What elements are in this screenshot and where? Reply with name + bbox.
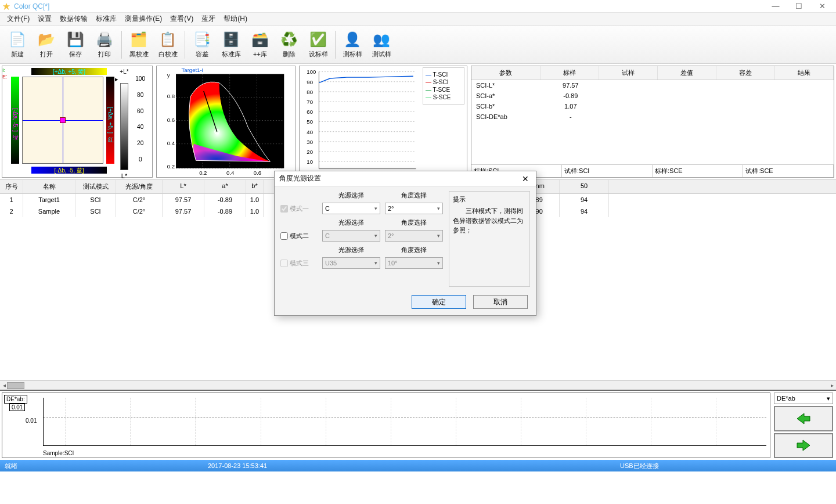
light-source-select[interactable]: C▾	[322, 203, 380, 214]
data-row: SCI-a*-0.89	[471, 91, 834, 101]
toolbar-打开[interactable]: 📂打开	[33, 30, 60, 59]
de-metric-dropdown[interactable]: DE*ab▾	[774, 393, 833, 404]
lab-top-label: [+Δb, +5, 黄]	[31, 68, 107, 75]
chevron-down-icon: ▾	[374, 233, 377, 239]
scroll-right-icon[interactable]: ▸	[828, 381, 836, 390]
svg-text:40: 40	[307, 129, 313, 135]
mode-checkbox-label[interactable]: 模式一	[280, 204, 318, 213]
svg-text:20: 20	[307, 149, 313, 155]
menu-item[interactable]: 蓝牙	[198, 14, 219, 24]
toolbar-label: ++库	[253, 50, 267, 59]
toolbar-容差[interactable]: 📑容差	[188, 30, 216, 59]
mid-panels: I:E: [+Δb, +5, 黄] [-Δa, -5, 绿] [+Δa, +5,…	[0, 64, 836, 180]
menu-item[interactable]: 帮助(H)	[220, 14, 251, 24]
close-button[interactable]: ✕	[810, 0, 834, 13]
toolbar-测标样[interactable]: 👤测标样	[338, 30, 366, 59]
toolbar-设标样[interactable]: ✅设标样	[304, 30, 332, 59]
toolbar-label: 保存	[69, 50, 82, 59]
hint-title: 提示	[453, 195, 526, 204]
table-col-header[interactable]: 名称	[23, 180, 75, 193]
status-ready: 就绪	[0, 462, 203, 470]
de-axis-label: DE*ab:	[4, 395, 27, 404]
dialog-hint-box: 提示 三种模式下，测得同色异谱数据皆以模式二为参照；	[449, 191, 530, 287]
data-row: SCI-DE*ab-	[471, 111, 834, 122]
toolbar-label: 新建	[11, 50, 24, 59]
dialog-titlebar[interactable]: 角度光源设置 ✕	[275, 171, 536, 186]
cancel-button[interactable]: 取消	[473, 295, 528, 309]
mode-checkbox-label[interactable]: 模式二	[280, 232, 318, 240]
toolbar-icon: 💾	[66, 30, 85, 49]
data-col-header: 差值	[658, 66, 716, 80]
toolbar-label: 白校准	[158, 50, 178, 59]
toolbar-黑校准[interactable]: 🗂️黑校准	[125, 30, 153, 59]
data-summary-panel: 参数标样试样差值容差结果 SCI-L*97.57SCI-a*-0.89SCI-b…	[471, 66, 834, 178]
horizontal-scrollbar[interactable]: ◂ ▸	[0, 380, 836, 390]
angle-select[interactable]: 2°▾	[385, 203, 443, 214]
sci-tab[interactable]: 试样:SCI	[562, 165, 653, 177]
sci-tab[interactable]: 试样:SCE	[743, 165, 834, 177]
data-col-header: 标样	[540, 66, 599, 80]
menu-item[interactable]: 数据传输	[56, 14, 91, 24]
toolbar-删除[interactable]: ♻️删除	[275, 30, 303, 59]
mode-checkbox[interactable]	[280, 232, 288, 240]
mode-checkbox-label[interactable]: 模式三	[280, 259, 318, 268]
next-button[interactable]	[774, 433, 833, 459]
menu-item[interactable]: 测量操作(E)	[121, 14, 165, 24]
ok-button[interactable]: 确定	[412, 295, 466, 309]
table-col-header[interactable]: 光源/角度	[116, 180, 163, 193]
menu-item[interactable]: 标准库	[92, 14, 120, 24]
data-col-header: 参数	[471, 66, 540, 80]
svg-text:10: 10	[307, 159, 313, 165]
table-col-header[interactable]: a*	[204, 180, 246, 193]
dialog-close-button[interactable]: ✕	[520, 174, 531, 183]
maximize-button[interactable]: ☐	[787, 0, 810, 13]
toolbar-label: 设标样	[309, 50, 328, 59]
l-star-label: L*	[116, 172, 132, 179]
de-chart-area: DE*ab: 0.01 0.01 Sample:SCI DE*ab▾	[0, 390, 836, 460]
table-col-header[interactable]: 50	[560, 180, 609, 193]
toolbar-icon: 📂	[37, 30, 56, 49]
chevron-down-icon: ▾	[374, 206, 377, 211]
toolbar-icon: 📋	[158, 30, 177, 49]
toolbar-测试样[interactable]: 👥测试样	[367, 30, 395, 59]
chevron-down-icon: ▾	[437, 233, 440, 239]
toolbar-label: 测标样	[343, 50, 362, 59]
toolbar-白校准[interactable]: 📋白校准	[154, 30, 182, 59]
toolbar-icon: 🗂️	[129, 30, 148, 49]
lab-left-label: [-Δa, -5, 绿]	[11, 77, 19, 164]
toolbar-保存[interactable]: 💾保存	[62, 30, 89, 59]
mode-row-2: 模式二C▾2°▾	[280, 229, 443, 242]
l-plus-label: +L*	[116, 69, 132, 75]
lab-grid	[22, 77, 103, 164]
svg-text:100: 100	[307, 69, 316, 75]
minimize-button[interactable]: —	[764, 0, 787, 13]
sci-tab[interactable]: 标样:SCE	[653, 165, 743, 177]
table-col-header[interactable]: 序号	[0, 180, 23, 193]
table-col-header[interactable]: L*	[163, 180, 204, 193]
svg-text:y: y	[167, 72, 170, 78]
angle-light-dialog: 角度光源设置 ✕ 光源选择角度选择模式一C▾2°▾光源选择角度选择模式二C▾2°…	[274, 171, 536, 316]
menu-item[interactable]: 设置	[34, 14, 55, 24]
toolbar-icon: 🖨️	[95, 30, 114, 49]
toolbar-打印[interactable]: 🖨️打印	[91, 30, 118, 59]
svg-text:60: 60	[307, 109, 313, 115]
prev-button[interactable]	[774, 406, 833, 431]
menu-item[interactable]: 查看(V)	[167, 14, 197, 24]
table-col-header[interactable]: b*	[246, 180, 264, 193]
toolbar-icon: ♻️	[280, 30, 298, 49]
toolbar-标准库[interactable]: 🗄️标准库	[217, 30, 245, 59]
toolbar-++库[interactable]: 🗃️++库	[246, 30, 274, 59]
menu-item[interactable]: 文件(F)	[3, 14, 33, 24]
table-col-header[interactable]: 测试模式	[75, 180, 116, 193]
ie-labels: I:E:	[2, 66, 9, 80]
toolbar-label: 测试样	[372, 50, 391, 59]
chevron-down-icon: ▾	[437, 260, 440, 266]
scroll-thumb[interactable]	[7, 382, 24, 389]
light-source-select: C▾	[322, 230, 380, 242]
toolbar-新建[interactable]: 📄新建	[3, 30, 31, 59]
status-connection: USB已经连接	[615, 462, 836, 470]
svg-text:0.2: 0.2	[167, 163, 175, 170]
hint-text: 三种模式下，测得同色异谱数据皆以模式二为参照；	[453, 206, 526, 235]
spectral-panel: 100908070605040302010 — T-SCI— S-SCI— T-…	[299, 66, 467, 178]
toolbar-icon: 📑	[193, 30, 211, 49]
